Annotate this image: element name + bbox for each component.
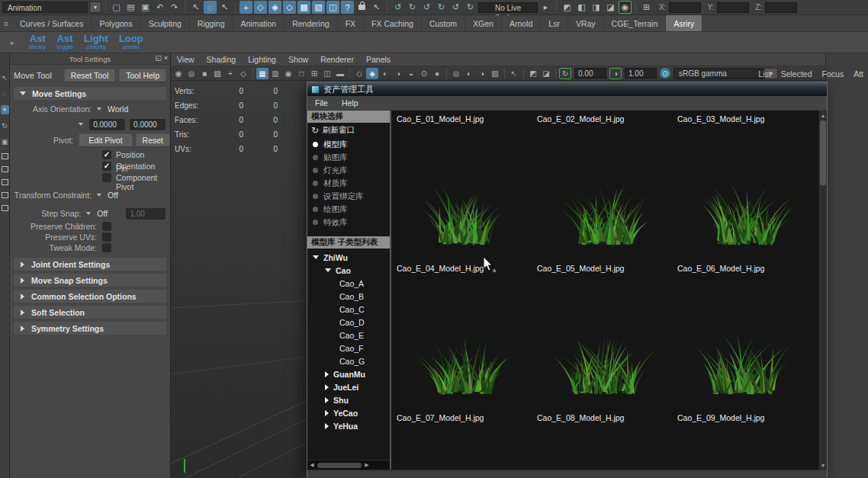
scrollbar-thumb[interactable] (317, 463, 362, 468)
orientation-checkbox[interactable]: ✓ (102, 162, 111, 171)
dropdown-arrow-icon[interactable] (79, 123, 83, 126)
tab-curves-surfaces[interactable]: Curves / Surfaces (12, 15, 92, 31)
reset-tool-button[interactable]: Reset Tool (64, 69, 115, 82)
resolution-gate-icon[interactable]: ◉ (282, 68, 294, 79)
render-current-frame-icon[interactable]: ◧ (575, 1, 588, 14)
menu-selected[interactable]: Selected (781, 69, 812, 79)
menu-set-dropdown-icon[interactable]: ▼ (89, 2, 101, 13)
tree-expander-icon[interactable] (325, 397, 329, 403)
module-option-fx-library[interactable]: 特效库 (307, 216, 390, 229)
preserve-children-checkbox[interactable] (102, 222, 111, 231)
2d-pan-zoom-icon[interactable]: + (224, 68, 236, 79)
tab-lsr[interactable]: Lsr (541, 15, 568, 31)
dock-panel-icon[interactable]: ◱ (155, 54, 162, 62)
move-tool-icon[interactable]: + (1, 105, 9, 114)
shelf-button-light[interactable]: Light celerity (84, 34, 108, 51)
asset-thumbnail-image[interactable] (675, 124, 815, 261)
select-tool-icon[interactable]: ↖ (1, 73, 9, 82)
gamma-toggle-icon[interactable]: ◑ (609, 68, 622, 79)
tab-rendering[interactable]: Rendering (285, 15, 337, 31)
menu-panels[interactable]: Panels (366, 55, 391, 64)
tree-item-cao-f[interactable]: Cao_F (307, 342, 390, 354)
tree-item-zhiwu[interactable]: ZhiWu (307, 251, 390, 264)
evaluation-icon[interactable]: ↻ (464, 1, 477, 14)
ipr-render-icon[interactable]: ◨ (590, 1, 603, 14)
highlight-selection-icon[interactable]: ↖ (370, 1, 383, 14)
snap-grid-icon[interactable]: + (240, 1, 252, 14)
tab-sculpting[interactable]: Sculpting (141, 15, 190, 31)
safe-title-icon[interactable]: ▬ (334, 68, 346, 79)
restore-panel-icon[interactable]: ◪ (540, 68, 552, 79)
tab-asriry[interactable]: Asriry (666, 15, 702, 31)
asset-thumbnail-image[interactable] (535, 124, 675, 261)
gamma-field[interactable]: 1.00 (625, 68, 657, 79)
undo-icon[interactable]: ↶ (153, 1, 166, 14)
symmetry-settings-section[interactable]: Symmetry Settings (14, 322, 166, 335)
scale-tool-icon[interactable]: ▣ (1, 137, 9, 146)
preserve-uvs-checkbox[interactable] (102, 233, 111, 242)
common-selection-options-section[interactable]: Common Selection Options (14, 290, 166, 303)
tweak-mode-checkbox[interactable] (102, 243, 111, 252)
tree-expander-icon[interactable] (325, 410, 329, 416)
tree-item-cao-e[interactable]: Cao_E (307, 329, 390, 342)
step-snap-amount-field[interactable]: 1.00 (126, 208, 166, 220)
input-line-selector-icon[interactable]: ⊞ (640, 1, 653, 14)
new-scene-icon[interactable]: ▢ (110, 1, 123, 14)
pick-walk-icon[interactable]: ↖ (508, 68, 520, 79)
axis-orientation-value[interactable]: World (108, 104, 128, 114)
layout-hypershade-button[interactable] (2, 205, 8, 211)
tab-xgen[interactable]: XGen (465, 15, 502, 31)
orientation-x-field[interactable]: 0.0000 (89, 119, 125, 130)
asset-thumbnail-cell[interactable]: Cao_E_04_Model_H.jpg (394, 261, 535, 411)
dropdown-arrow-icon[interactable] (97, 194, 101, 197)
scroll-up-icon[interactable]: ▲ (819, 111, 827, 120)
tab-cge-terrain[interactable]: CGE_Terrain (604, 15, 667, 31)
motion-blur-icon[interactable]: ● (431, 68, 443, 79)
input-connections-icon[interactable]: ↺ (391, 1, 404, 14)
snap-view-plane-icon[interactable]: ▩ (297, 1, 310, 14)
menu-shading[interactable]: Shading (207, 55, 236, 64)
close-panel-icon[interactable]: × (164, 54, 168, 62)
tab-vray[interactable]: VRay (568, 15, 604, 31)
menu-focus[interactable]: Focus (822, 69, 844, 79)
horizontal-scrollbar[interactable]: ◀ ▶ (307, 460, 390, 470)
move-settings-section-header[interactable]: Move Settings (14, 87, 166, 100)
module-option-material-library[interactable]: 材质库 (307, 177, 390, 190)
tree-expander-icon[interactable] (325, 423, 329, 429)
shaded-display-icon[interactable]: ◈ (366, 68, 378, 79)
layout-persp-graph-button[interactable] (2, 192, 8, 198)
tree-item-cao-c[interactable]: Cao_C (307, 303, 390, 316)
scroll-left-icon[interactable]: ◀ (308, 462, 316, 468)
asset-thumbnail-cell[interactable]: Cao_E_02_Model_H.jpg (535, 112, 675, 261)
plugin-shapes-icon[interactable]: ▧ (489, 68, 501, 79)
asset-thumbnail-image[interactable] (675, 274, 815, 411)
image-plane-icon[interactable]: ▧ (211, 68, 223, 79)
x-coordinate-field[interactable] (669, 2, 701, 13)
snap-point-icon[interactable]: ◈ (268, 1, 281, 14)
tree-item-cao-b[interactable]: Cao_B (307, 290, 390, 303)
asset-thumbnail-image[interactable] (394, 124, 535, 261)
snap-projected-center-icon[interactable]: ◇ (283, 1, 296, 14)
scrollbar-thumb[interactable] (820, 120, 826, 185)
lock-icon[interactable] (355, 1, 368, 14)
tree-expander-icon[interactable] (325, 268, 331, 272)
step-snap-value[interactable]: Off (97, 209, 126, 218)
no-live-surface-field[interactable]: No Live Surface (478, 2, 538, 13)
menu-view[interactable]: View (177, 55, 194, 64)
layout-four-pane-button[interactable] (2, 166, 8, 172)
asset-thumbnail-image[interactable] (394, 274, 535, 411)
construction-history-icon[interactable]: ↺ (420, 1, 433, 14)
shelf-button-loop[interactable]: Loop anmin (119, 34, 143, 51)
select-object-mode-icon[interactable]: ◌ (204, 1, 217, 14)
live-surface-chevron-icon[interactable]: ▸ (539, 1, 552, 14)
greasepencil-icon[interactable]: ◇ (237, 68, 249, 79)
snap-options-icon[interactable]: ◫ (326, 1, 339, 14)
shelf-menu-icon[interactable]: ≡ (0, 15, 12, 31)
asset-thumbnail-cell[interactable]: Cao_E_09_Model_H.jpg (675, 411, 815, 470)
tree-item-yehua[interactable]: YeHua (307, 419, 390, 432)
tree-item-cao-g[interactable]: Cao_G (307, 354, 390, 367)
menu-help[interactable]: Help (342, 98, 358, 107)
scroll-right-icon[interactable]: ▶ (363, 462, 371, 468)
exposure-toggle-icon[interactable]: ↻ (559, 68, 571, 79)
module-option-model-library[interactable]: 模型库 (307, 138, 390, 151)
